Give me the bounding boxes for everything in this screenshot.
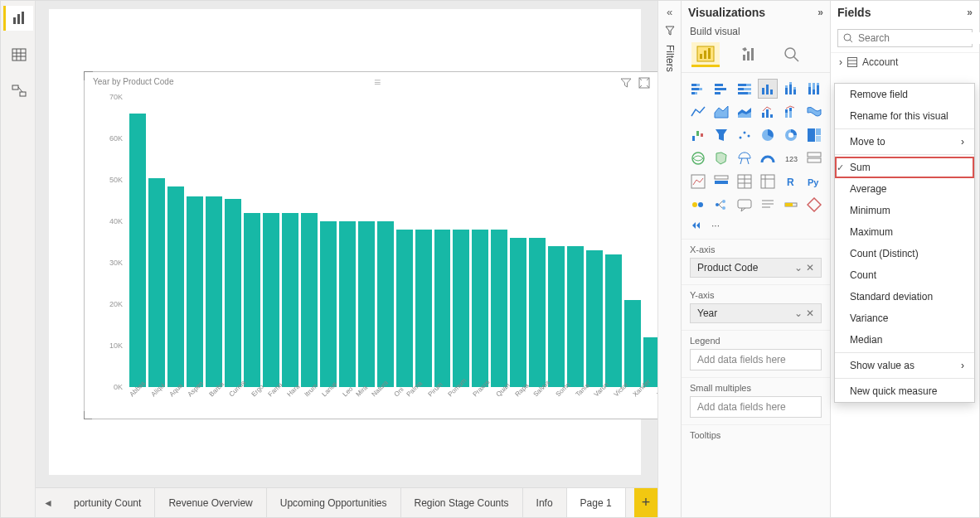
page-tab[interactable]: Region Stage Counts [401,488,523,517]
viz-type-icon[interactable] [805,196,823,214]
report-view-button[interactable] [3,6,33,31]
bar[interactable] [358,221,375,387]
viz-type-icon[interactable] [782,196,800,214]
page-tab[interactable]: Revenue Overview [155,488,266,517]
viz-type-icon[interactable] [759,149,777,167]
menu-average[interactable]: Average [835,178,974,200]
viz-type-icon[interactable] [782,103,800,121]
bar[interactable] [529,238,546,387]
chevron-down-icon[interactable]: ⌄ [794,307,803,319]
bar[interactable] [453,230,469,387]
small-multiples-drop-target[interactable]: Add data fields here [690,396,822,418]
viz-type-icon[interactable] [689,196,707,214]
bar[interactable] [567,246,584,387]
viz-type-icon[interactable] [735,172,754,191]
menu-sum[interactable]: ✓Sum [835,157,974,178]
chevron-down-icon[interactable]: ⌄ [794,262,803,274]
viz-type-icon[interactable] [735,149,754,167]
viz-type-icon[interactable] [805,126,823,144]
bar[interactable] [605,254,622,387]
page-tab[interactable]: Page 1 [567,488,626,517]
bar[interactable] [377,221,394,387]
more-visuals-icon[interactable] [691,219,706,232]
viz-type-icon[interactable] [689,103,707,121]
viz-type-icon[interactable] [805,80,823,98]
viz-type-icon[interactable] [759,126,777,144]
viz-type-icon[interactable] [689,149,707,167]
format-tab[interactable] [735,42,763,67]
bar[interactable] [548,246,565,387]
add-page-button[interactable]: + [634,488,657,517]
bar[interactable] [148,178,165,388]
viz-type-icon[interactable] [689,172,707,191]
bar[interactable] [586,250,603,387]
data-view-button[interactable] [3,42,33,67]
bar[interactable] [282,213,298,387]
bar[interactable] [263,213,279,387]
menu-remove-field[interactable]: Remove field [835,84,974,105]
page-tab[interactable]: Info [523,488,567,517]
menu-show-value-as[interactable]: Show value as› [835,355,974,376]
remove-field-icon[interactable]: ✕ [806,262,814,274]
menu-count-distinct[interactable]: Count (Distinct) [835,243,974,264]
viz-type-icon[interactable] [759,80,777,98]
viz-type-icon[interactable]: Py [805,172,823,191]
viz-type-icon[interactable] [735,196,754,214]
menu-variance[interactable]: Variance [835,307,974,329]
viz-type-icon[interactable] [735,80,754,98]
bar[interactable] [491,230,507,387]
viz-type-icon[interactable] [689,80,707,98]
bar[interactable] [129,114,146,387]
legend-drop-target[interactable]: Add data fields here [690,349,822,370]
collapse-fields-icon[interactable]: » [967,7,973,18]
viz-type-icon[interactable] [712,103,730,121]
viz-type-icon[interactable] [735,126,754,144]
table-account[interactable]: › Account [831,52,979,71]
report-canvas[interactable]: ≡ Year by Product Code ··· 0K10K20K30K40… [36,1,657,487]
fields-search-input[interactable] [858,32,980,44]
bar[interactable] [167,186,184,388]
viz-type-icon[interactable] [759,103,777,121]
viz-type-icon[interactable]: 123 [782,149,800,167]
bar[interactable] [396,230,413,387]
y-axis-field-pill[interactable]: Year ⌄✕ [690,303,822,323]
menu-count[interactable]: Count [835,264,974,286]
model-view-button[interactable] [3,79,33,104]
viz-type-icon[interactable] [735,103,754,121]
viz-type-icon[interactable] [712,126,730,144]
viz-type-icon[interactable] [712,80,730,98]
menu-maximum[interactable]: Maximum [835,221,974,243]
menu-std-dev[interactable]: Standard deviation [835,286,974,307]
bar[interactable] [320,221,337,387]
analytics-tab[interactable] [778,42,806,67]
bar[interactable] [339,221,356,387]
bar-chart-visual[interactable]: ≡ Year by Product Code ··· 0K10K20K30K40… [84,71,657,419]
bar[interactable] [301,213,318,387]
viz-type-icon[interactable] [805,103,823,121]
x-axis-field-pill[interactable]: Product Code ⌄✕ [690,258,822,278]
viz-type-icon[interactable] [712,196,730,214]
viz-type-icon[interactable] [689,126,707,144]
viz-type-icon[interactable] [782,126,800,144]
page-tab[interactable]: Upcoming Opportunities [267,488,401,517]
fields-search-box[interactable] [837,29,973,47]
menu-new-quick-measure[interactable]: New quick measure [835,380,974,402]
bar[interactable] [472,230,488,387]
expand-filters-icon[interactable]: « [667,6,672,18]
menu-minimum[interactable]: Minimum [835,200,974,221]
bar[interactable] [510,238,526,387]
menu-move-to[interactable]: Move to› [835,131,974,152]
tabs-scroll-left[interactable]: ◄ [36,488,61,517]
drag-handle-icon[interactable]: ≡ [374,75,382,89]
build-tab[interactable] [691,42,720,67]
page-tab[interactable]: portunity Count [61,488,155,517]
viz-type-icon[interactable] [805,149,823,167]
viz-overflow-icon[interactable]: ··· [711,220,720,231]
viz-type-icon[interactable]: R [782,172,800,191]
bar[interactable] [206,196,222,387]
focus-mode-icon[interactable] [638,77,650,90]
menu-median[interactable]: Median [835,329,974,351]
bar[interactable] [624,300,641,387]
more-options-icon[interactable]: ··· [657,77,657,90]
viz-type-icon[interactable] [712,149,730,167]
